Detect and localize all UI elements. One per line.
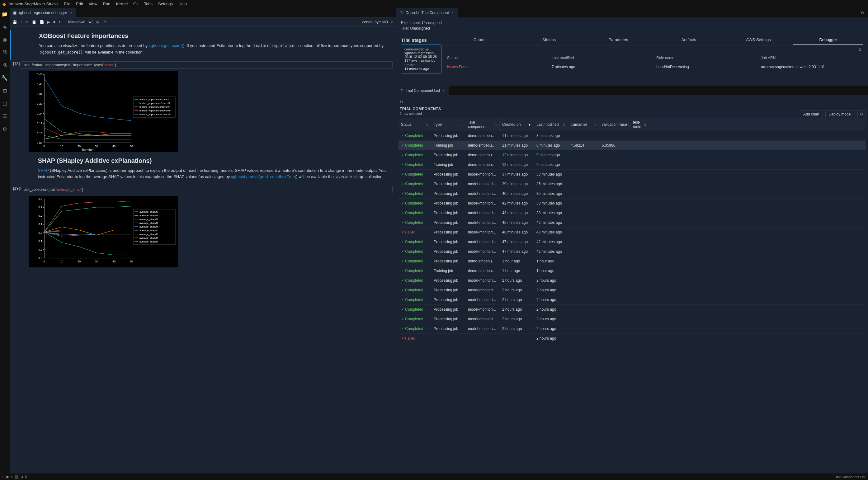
copy-icon[interactable]: 📋 — [32, 20, 36, 24]
sb-item[interactable]: 6 ⬛ — [11, 475, 19, 479]
table-row[interactable]: CompletedProcessing jobmodel-monitoring-… — [399, 218, 866, 228]
settings-icon[interactable]: ⚙ — [2, 126, 7, 132]
save-icon[interactable]: 💾 — [12, 20, 17, 24]
close-icon[interactable]: × — [442, 88, 444, 93]
commands-icon[interactable]: ⌘ — [2, 50, 7, 55]
trial-stage-card[interactable]: demo-smdebug-xgboost-regression-2019-12-… — [401, 44, 441, 73]
table-row[interactable]: CompletedProcessing jobmodel-monitoring-… — [399, 314, 866, 324]
menu-item-tabs[interactable]: Tabs — [144, 2, 153, 6]
close-icon[interactable]: × — [70, 10, 72, 15]
table-row[interactable]: CompletedProcessing jobmodel-monitoring-… — [399, 285, 866, 295]
gear-icon[interactable]: ⚙ — [858, 110, 866, 118]
status-cell: Failed — [399, 335, 431, 342]
tab-debugger[interactable]: Debugger — [793, 35, 863, 45]
table-row[interactable]: CompletedTraining jobdemo-smdebug-xgbo..… — [399, 160, 866, 170]
table-row[interactable]: CompletedProcessing jobdemo-smdebug-xgbo… — [399, 131, 866, 141]
cell-type-select[interactable]: Markdown — [65, 19, 93, 25]
column-header[interactable]: train:rmse⇅ — [568, 118, 599, 131]
tab-charts[interactable]: Charts — [444, 35, 514, 45]
menu-item-file[interactable]: File — [64, 2, 70, 6]
table-row[interactable]: CompletedProcessing jobmodel-monitoring-… — [399, 170, 866, 179]
debug-header: Last modified — [549, 56, 654, 60]
code-input[interactable]: plot_collection(trial,"average_shap") — [21, 186, 393, 193]
table-row[interactable]: CompletedProcessing jobdemo-smdebug-xgbo… — [399, 150, 866, 160]
table-row[interactable]: FailedProcessing jobmodel-monitoring-20.… — [399, 228, 866, 237]
running-icon[interactable]: ◉ — [2, 37, 7, 43]
svg-text:0.45: 0.45 — [37, 73, 42, 76]
menu-item-help[interactable]: Help — [178, 2, 187, 6]
code-cell[interactable]: [19]: plot_collection(trial,"average_sha… — [10, 185, 396, 195]
table-row[interactable]: CompletedProcessing jobmodel-monitoring-… — [399, 324, 866, 334]
menu-item-view[interactable]: View — [89, 2, 97, 6]
table-row[interactable]: Failed2 hours ago — [399, 334, 866, 343]
code-cell[interactable]: [18]: plot_feature_importance(trial, imp… — [10, 60, 396, 70]
close-icon[interactable]: × — [452, 10, 454, 15]
table-row[interactable]: CompletedProcessing jobmodel-monitoring-… — [399, 305, 866, 314]
kernel-name[interactable]: conda_python3 — [362, 20, 388, 24]
cut-icon[interactable]: ✂ — [26, 20, 29, 24]
tab-metrics[interactable]: Metrics — [514, 35, 584, 45]
column-header[interactable]: validation:rmse⇅ — [599, 118, 630, 131]
created-cell: 2 hours ago — [500, 306, 534, 313]
sb-item[interactable]: 0 ▣ — [2, 475, 9, 479]
column-header[interactable]: Status⇅ — [399, 118, 431, 131]
git-icon[interactable]: ◈ — [3, 24, 6, 30]
menu-item-git[interactable]: Git — [133, 2, 138, 6]
restart-icon[interactable]: ↻ — [59, 20, 62, 24]
svg-text:0.19: 0.19 — [37, 122, 42, 125]
menu-item-kernel[interactable]: Kernel — [116, 2, 128, 6]
trial-list-tab[interactable]: ⚗ Trial Component List × — [396, 86, 448, 95]
link-xgboost-predict[interactable]: xgboost.predict(pred_contribs=True) — [231, 174, 296, 179]
refresh-icon[interactable]: ↻ — [400, 100, 403, 104]
gear-icon[interactable]: ⚙ — [858, 47, 862, 52]
markdown-cell[interactable]: SHAP (SHapley Additive exPlanations) SHA… — [10, 155, 396, 185]
train-cell — [568, 152, 599, 158]
menu-item-run[interactable]: Run — [103, 2, 111, 6]
table-row[interactable]: CompletedProcessing jobmodel-monitoring-… — [399, 189, 866, 199]
table-row[interactable]: CompletedProcessing jobmodel-monitoring-… — [399, 247, 866, 256]
stop-icon[interactable]: ■ — [53, 20, 55, 24]
table-row[interactable]: CompletedProcessing jobmodel-monitoring-… — [399, 179, 866, 189]
table-row[interactable]: CompletedProcessing jobmodel-monitoring-… — [399, 276, 866, 285]
add-cell-icon[interactable]: + — [20, 20, 23, 24]
markdown-cell[interactable]: XGBoost Feature importances You can also… — [10, 30, 396, 60]
deploy-model-button[interactable]: Deploy model — [825, 110, 855, 118]
status-cell: Completed — [399, 325, 431, 332]
link-shap[interactable]: SHAP — [38, 168, 49, 173]
run-icon[interactable]: ▶ — [47, 20, 50, 24]
column-header[interactable]: Type⇅ — [431, 118, 465, 131]
tab-artifacts[interactable]: Artifacts — [654, 35, 723, 45]
gear-icon[interactable]: ⚙ — [861, 10, 864, 15]
sb-item[interactable]: 4 ⚙ — [21, 475, 27, 479]
git-icon[interactable]: ⎇ — [102, 20, 106, 24]
table-row[interactable]: CompletedProcessing jobmodel-monitoring-… — [399, 237, 866, 247]
svg-text:average_shap/f1: average_shap/f1 — [140, 214, 158, 217]
menu-item-edit[interactable]: Edit — [76, 2, 83, 6]
commit-icon[interactable]: ⊙ — [96, 20, 99, 24]
folder-icon[interactable]: 📁 — [2, 11, 8, 17]
endpoints-icon[interactable]: ⊞ — [3, 88, 7, 94]
table-row[interactable]: CompletedProcessing jobmodel-monitoring-… — [399, 295, 866, 305]
tools-icon[interactable]: 🔧 — [2, 75, 8, 81]
column-header[interactable]: test-metri⇅ — [630, 118, 649, 131]
table-row[interactable]: CompletedProcessing jobmodel-monitoring-… — [399, 208, 866, 218]
menu-item-settings[interactable]: Settings — [158, 2, 173, 6]
code-input[interactable]: plot_feature_importance(trial, importanc… — [21, 61, 393, 69]
experiments-icon[interactable]: ⚗ — [2, 62, 7, 68]
column-header[interactable]: Trial component⇅ — [465, 118, 500, 131]
paste-icon[interactable]: 📄 — [39, 20, 44, 24]
tab-parameters[interactable]: Parameters — [584, 35, 654, 45]
tab-aws-settings[interactable]: AWS Settings — [723, 35, 793, 45]
table-row[interactable]: CompletedTraining jobdemo-smdebug-xgbo..… — [399, 141, 866, 150]
table-row[interactable]: CompletedTraining jobdemo-smdebug-xgbo..… — [399, 266, 866, 276]
list-icon[interactable]: ☰ — [2, 113, 7, 119]
table-row[interactable]: CompletedProcessing jobdemo-smdebug-xgbo… — [399, 256, 866, 266]
link-xgboost-getscore[interactable]: xgboost.get_score() — [149, 43, 185, 48]
add-chart-button[interactable]: Add chart — [800, 110, 823, 118]
notebook-tab[interactable]: ▣ xgboost-regression-debugger × — [10, 8, 76, 17]
column-header[interactable]: Last modified⇅ — [534, 118, 568, 131]
table-row[interactable]: CompletedProcessing jobmodel-monitoring-… — [399, 199, 866, 208]
column-header[interactable]: Created on▼ — [500, 118, 534, 131]
describe-tab[interactable]: ⚗ Describe Trial Component × — [396, 8, 458, 18]
tabs-icon[interactable]: ▢ — [2, 100, 7, 106]
